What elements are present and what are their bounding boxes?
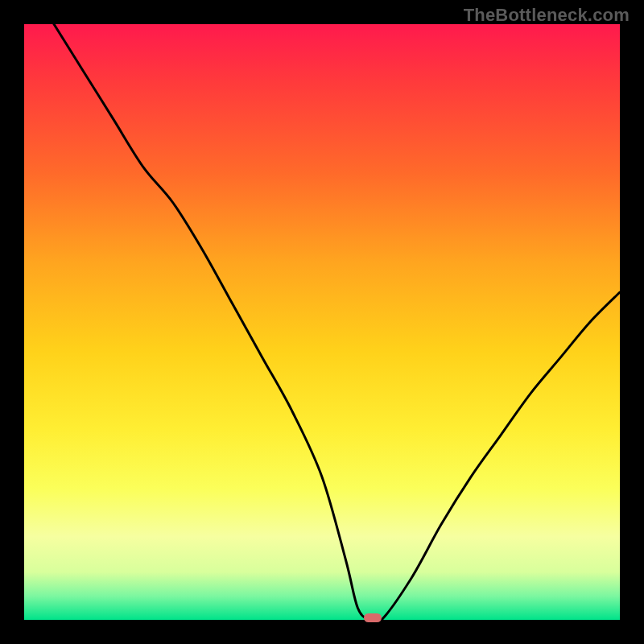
plot-area — [24, 24, 620, 620]
watermark-text: TheBottleneck.com — [464, 5, 630, 26]
optimum-marker — [364, 613, 382, 622]
chart-container: TheBottleneck.com — [0, 0, 644, 644]
curve-svg — [24, 24, 620, 620]
bottleneck-curve — [54, 24, 620, 620]
